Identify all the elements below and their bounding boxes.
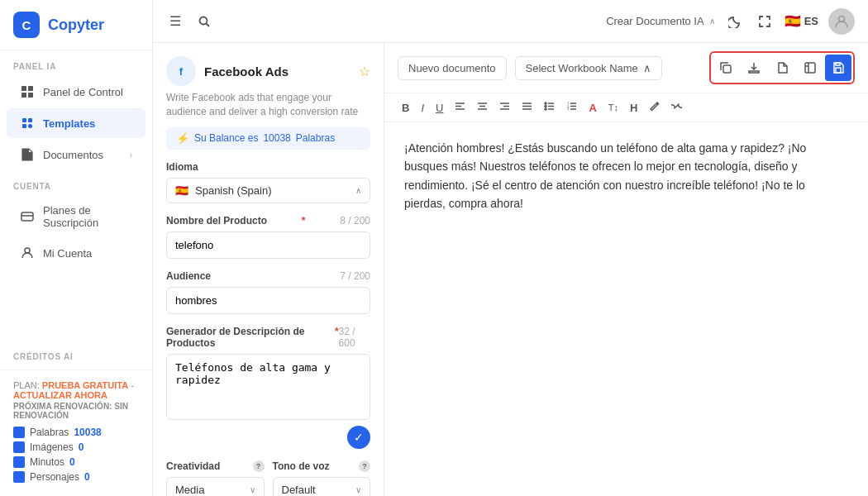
balance-value: 10038 [263,132,290,144]
confirm-button[interactable]: ✓ [347,426,370,449]
workbook-label: Select Workbook Name [526,62,638,74]
creatividad-select[interactable]: Media ∨ [166,477,265,496]
list-button[interactable] [540,98,559,117]
upgrade-link[interactable]: ACTUALIZAR AHORA [13,390,107,400]
ordered-list-button[interactable]: 1. 2. 3. [562,98,581,117]
format-bar: B I U [384,93,868,122]
user-icon [20,246,35,260]
imagenes-label: Imágenes [30,441,74,453]
download-button[interactable] [741,55,767,81]
search-button[interactable] [194,12,214,31]
crear-label: Crear Documento IA [606,15,704,27]
workbook-chevron: ∧ [643,62,651,74]
new-doc-button[interactable] [769,55,795,81]
svg-rect-2 [21,93,26,98]
align-left-button[interactable] [451,98,470,117]
doc-name-button[interactable]: Nuevo documento [398,56,507,80]
textarea-footer: ✓ [166,426,370,449]
idioma-value: Spanish (Spain) [195,184,272,197]
svg-rect-17 [805,63,815,73]
panel-ia-label: PANEL IA [0,50,152,76]
crear-documento-button[interactable]: Crear Documento IA ∧ [606,15,715,27]
creatividad-label: Creatividad ? [166,460,265,472]
language-selector[interactable]: 🇪🇸 ES [785,13,818,29]
user-avatar[interactable] [828,8,855,35]
credits-section: PLAN: PRUEBA GRATUITA - ACTUALIZAR AHORA… [0,370,152,496]
editor-content[interactable]: ¡Atención hombres! ¿Estás buscando un te… [384,122,868,496]
link-button[interactable] [667,98,686,117]
svg-rect-1 [28,86,33,91]
sidebar-item-label: Planes de Suscripción [43,204,132,229]
personajes-icon [13,471,25,483]
editor-toolbar-top: Nuevo documento Select Workbook Name ∧ [384,43,868,93]
tono-select[interactable]: Default ∨ [273,477,371,496]
balance-bar: ⚡ Su Balance es 10038 Palabras [166,127,370,150]
chevron-down-icon: ∨ [250,485,255,494]
doc-icon [20,147,35,162]
creatividad-info-icon[interactable]: ? [253,460,265,472]
sidebar-item-documentos[interactable]: Documentos › [7,140,145,169]
justify-button[interactable] [517,98,537,117]
sidebar-item-templates[interactable]: Templates [7,108,145,138]
credits-plan: PLAN: PRUEBA GRATUITA - ACTUALIZAR AHORA [13,380,139,400]
header: ☰ Crear Documento IA ∧ 🇪🇸 ES [153,0,868,43]
audience-section: Audience 7 / 200 [166,270,370,314]
logo-icon: C [13,12,40,38]
svg-rect-4 [22,118,26,122]
sidebar-item-planes[interactable]: Planes de Suscripción [7,197,145,236]
font-size-button[interactable]: T↕ [604,100,622,115]
expand-doc-button[interactable] [797,55,823,81]
underline-button[interactable]: U [432,99,447,117]
template-icon: f [166,56,196,86]
favorite-button[interactable]: ☆ [359,64,370,79]
save-button[interactable] [825,55,851,81]
desc-textarea[interactable]: Teléfonos de alta gama y rapidez [166,354,370,420]
minutos-label: Minutos [30,456,64,468]
personajes-label: Personajes [30,471,79,483]
nombre-char-count: 8 / 200 [340,215,370,227]
sidebar-item-label: Mi Cuenta [43,247,92,260]
settings-row: Creatividad ? Media ∨ Tono de voz ? Defa… [166,460,370,496]
right-panel: Nuevo documento Select Workbook Name ∧ [384,43,868,496]
dark-mode-button[interactable] [725,12,745,31]
bolt-icon: ⚡ [176,132,189,145]
svg-point-34 [545,106,546,107]
menu-button[interactable]: ☰ [166,10,184,32]
template-name: Facebook Ads [204,64,289,79]
nombre-input[interactable] [166,231,370,259]
credits-palabras: Palabras 10038 [13,427,139,438]
header-right: Crear Documento IA ∧ 🇪🇸 ES [606,8,855,35]
copy-button[interactable] [713,55,739,81]
personajes-count: 0 [84,471,90,483]
pen-button[interactable] [645,98,664,117]
grid-icon [20,84,35,99]
logo-text: Copyter [48,17,104,34]
svg-rect-3 [28,93,33,98]
heading-button[interactable]: H [626,99,641,117]
card-icon [20,209,35,224]
tono-info-icon[interactable]: ? [359,460,370,472]
action-icons-group [709,51,855,84]
idioma-label: Idioma [166,161,370,173]
audience-input[interactable] [166,287,370,314]
sidebar: C Copyter PANEL IA Panel de Control Temp… [0,0,153,496]
chevron-down-icon: ∨ [355,485,361,494]
palabras-count: 10038 [74,427,101,438]
desc-section: Generador de Descripción de Productos * … [166,326,370,449]
idioma-select[interactable]: 🇪🇸 Spanish (Spain) ∧ [166,178,370,203]
creatividad-section: Creatividad ? Media ∨ [166,460,265,496]
align-right-button[interactable] [495,98,514,117]
sidebar-item-mi-cuenta[interactable]: Mi Cuenta [7,238,145,268]
balance-label: Su Balance es [194,132,258,144]
italic-button[interactable]: I [417,99,428,117]
svg-rect-16 [723,65,731,73]
svg-point-11 [200,17,207,24]
align-center-button[interactable] [473,98,492,117]
chevron-up-icon: ∧ [709,17,715,26]
workbook-selector[interactable]: Select Workbook Name ∧ [515,56,662,80]
bold-button[interactable]: B [398,99,413,117]
font-color-button[interactable]: A [584,99,600,117]
sidebar-item-panel-control[interactable]: Panel de Control [7,77,145,107]
expand-button[interactable] [755,12,775,31]
template-header: f Facebook Ads ☆ [166,56,370,86]
